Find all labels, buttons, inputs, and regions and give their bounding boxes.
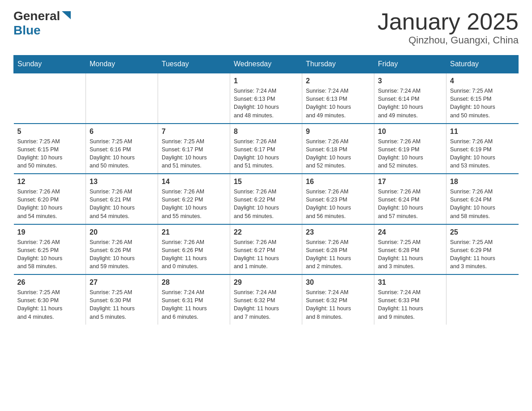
day-info: Sunrise: 7:26 AMSunset: 6:19 PMDaylight:…: [450, 137, 515, 170]
calendar-title: January 2025: [378, 9, 519, 34]
calendar-cell: 2Sunrise: 7:24 AMSunset: 6:13 PMDaylight…: [302, 73, 374, 124]
calendar-cell: [14, 73, 86, 124]
day-number: 17: [378, 178, 442, 186]
calendar-week-row: 26Sunrise: 7:25 AMSunset: 6:30 PMDayligh…: [14, 274, 519, 325]
day-info: Sunrise: 7:26 AMSunset: 6:24 PMDaylight:…: [450, 188, 515, 220]
calendar-cell: 4Sunrise: 7:25 AMSunset: 6:15 PMDaylight…: [446, 73, 519, 124]
calendar-cell: 22Sunrise: 7:26 AMSunset: 6:27 PMDayligh…: [230, 224, 302, 275]
calendar-cell: 7Sunrise: 7:25 AMSunset: 6:17 PMDaylight…: [158, 124, 230, 174]
title-block: January 2025 Qinzhou, Guangxi, China: [378, 9, 519, 46]
day-number: 10: [378, 128, 442, 136]
day-info: Sunrise: 7:26 AMSunset: 6:26 PMDaylight:…: [90, 238, 154, 271]
day-number: 2: [306, 77, 370, 85]
calendar-week-row: 5Sunrise: 7:25 AMSunset: 6:15 PMDaylight…: [14, 124, 519, 174]
calendar-cell: 26Sunrise: 7:25 AMSunset: 6:30 PMDayligh…: [14, 274, 86, 325]
calendar-cell: 5Sunrise: 7:25 AMSunset: 6:15 PMDaylight…: [14, 124, 86, 174]
calendar-cell: 31Sunrise: 7:24 AMSunset: 6:33 PMDayligh…: [374, 274, 446, 325]
calendar-cell: 25Sunrise: 7:25 AMSunset: 6:29 PMDayligh…: [446, 224, 519, 275]
day-number: 15: [234, 178, 298, 186]
calendar-cell: [158, 73, 230, 124]
day-number: 29: [234, 278, 298, 287]
day-info: Sunrise: 7:24 AMSunset: 6:33 PMDaylight:…: [378, 288, 442, 321]
day-info: Sunrise: 7:24 AMSunset: 6:13 PMDaylight:…: [306, 87, 370, 120]
day-info: Sunrise: 7:25 AMSunset: 6:30 PMDaylight:…: [90, 288, 154, 321]
day-number: 4: [450, 77, 515, 85]
col-thursday: Thursday: [302, 56, 374, 73]
day-number: 25: [450, 228, 515, 236]
day-number: 21: [162, 228, 226, 236]
day-number: 20: [90, 228, 154, 236]
calendar-cell: 19Sunrise: 7:26 AMSunset: 6:25 PMDayligh…: [14, 224, 86, 275]
col-friday: Friday: [374, 56, 446, 73]
day-number: 1: [234, 77, 298, 85]
calendar-cell: 18Sunrise: 7:26 AMSunset: 6:24 PMDayligh…: [446, 174, 519, 224]
day-info: Sunrise: 7:24 AMSunset: 6:32 PMDaylight:…: [234, 288, 298, 321]
day-info: Sunrise: 7:26 AMSunset: 6:22 PMDaylight:…: [162, 188, 226, 220]
day-info: Sunrise: 7:26 AMSunset: 6:28 PMDaylight:…: [306, 238, 370, 271]
calendar-cell: 15Sunrise: 7:26 AMSunset: 6:22 PMDayligh…: [230, 174, 302, 224]
day-number: 30: [306, 278, 370, 287]
col-wednesday: Wednesday: [230, 56, 302, 73]
calendar-cell: 14Sunrise: 7:26 AMSunset: 6:22 PMDayligh…: [158, 174, 230, 224]
calendar-cell: 17Sunrise: 7:26 AMSunset: 6:24 PMDayligh…: [374, 174, 446, 224]
day-info: Sunrise: 7:24 AMSunset: 6:14 PMDaylight:…: [378, 87, 442, 120]
day-number: 9: [306, 128, 370, 136]
day-info: Sunrise: 7:26 AMSunset: 6:21 PMDaylight:…: [90, 188, 154, 220]
calendar-header-row: Sunday Monday Tuesday Wednesday Thursday…: [14, 56, 519, 73]
page-header: General Blue January 2025 Qinzhou, Guang…: [13, 9, 519, 46]
day-info: Sunrise: 7:26 AMSunset: 6:23 PMDaylight:…: [306, 188, 370, 220]
day-info: Sunrise: 7:26 AMSunset: 6:22 PMDaylight:…: [234, 188, 298, 220]
calendar-cell: 29Sunrise: 7:24 AMSunset: 6:32 PMDayligh…: [230, 274, 302, 325]
calendar-cell: 16Sunrise: 7:26 AMSunset: 6:23 PMDayligh…: [302, 174, 374, 224]
day-info: Sunrise: 7:26 AMSunset: 6:24 PMDaylight:…: [378, 188, 442, 220]
calendar-cell: 1Sunrise: 7:24 AMSunset: 6:13 PMDaylight…: [230, 73, 302, 124]
logo-blue-text: Blue: [13, 23, 41, 37]
calendar-cell: 28Sunrise: 7:24 AMSunset: 6:31 PMDayligh…: [158, 274, 230, 325]
day-number: 6: [90, 128, 154, 136]
calendar-cell: [446, 274, 519, 325]
day-info: Sunrise: 7:25 AMSunset: 6:15 PMDaylight:…: [17, 137, 82, 170]
day-info: Sunrise: 7:26 AMSunset: 6:18 PMDaylight:…: [306, 137, 370, 170]
day-info: Sunrise: 7:26 AMSunset: 6:27 PMDaylight:…: [234, 238, 298, 271]
calendar-week-row: 1Sunrise: 7:24 AMSunset: 6:13 PMDaylight…: [14, 73, 519, 124]
calendar-week-row: 19Sunrise: 7:26 AMSunset: 6:25 PMDayligh…: [14, 224, 519, 275]
calendar-cell: 20Sunrise: 7:26 AMSunset: 6:26 PMDayligh…: [86, 224, 158, 275]
calendar-cell: 3Sunrise: 7:24 AMSunset: 6:14 PMDaylight…: [374, 73, 446, 124]
day-number: 12: [17, 178, 82, 186]
day-number: 22: [234, 228, 298, 236]
day-number: 31: [378, 278, 442, 287]
day-info: Sunrise: 7:24 AMSunset: 6:32 PMDaylight:…: [306, 288, 370, 321]
col-tuesday: Tuesday: [158, 56, 230, 73]
calendar-cell: 8Sunrise: 7:26 AMSunset: 6:17 PMDaylight…: [230, 124, 302, 174]
day-number: 23: [306, 228, 370, 236]
day-number: 14: [162, 178, 226, 186]
calendar-cell: 30Sunrise: 7:24 AMSunset: 6:32 PMDayligh…: [302, 274, 374, 325]
col-monday: Monday: [86, 56, 158, 73]
day-info: Sunrise: 7:25 AMSunset: 6:15 PMDaylight:…: [450, 87, 515, 120]
day-number: 26: [17, 278, 82, 287]
day-info: Sunrise: 7:26 AMSunset: 6:17 PMDaylight:…: [234, 137, 298, 170]
calendar-cell: 12Sunrise: 7:26 AMSunset: 6:20 PMDayligh…: [14, 174, 86, 224]
calendar-cell: 24Sunrise: 7:25 AMSunset: 6:28 PMDayligh…: [374, 224, 446, 275]
col-saturday: Saturday: [446, 56, 519, 73]
day-info: Sunrise: 7:25 AMSunset: 6:16 PMDaylight:…: [90, 137, 154, 170]
calendar-week-row: 12Sunrise: 7:26 AMSunset: 6:20 PMDayligh…: [14, 174, 519, 224]
day-number: 27: [90, 278, 154, 287]
day-number: 3: [378, 77, 442, 85]
calendar-cell: 21Sunrise: 7:26 AMSunset: 6:26 PMDayligh…: [158, 224, 230, 275]
day-info: Sunrise: 7:24 AMSunset: 6:31 PMDaylight:…: [162, 288, 226, 321]
col-sunday: Sunday: [14, 56, 86, 73]
day-number: 5: [17, 128, 82, 136]
day-info: Sunrise: 7:26 AMSunset: 6:20 PMDaylight:…: [17, 188, 82, 220]
day-info: Sunrise: 7:26 AMSunset: 6:19 PMDaylight:…: [378, 137, 442, 170]
calendar-cell: 6Sunrise: 7:25 AMSunset: 6:16 PMDaylight…: [86, 124, 158, 174]
day-info: Sunrise: 7:25 AMSunset: 6:29 PMDaylight:…: [450, 238, 515, 271]
day-info: Sunrise: 7:26 AMSunset: 6:25 PMDaylight:…: [17, 238, 82, 271]
calendar-cell: [86, 73, 158, 124]
calendar-subtitle: Qinzhou, Guangxi, China: [378, 34, 519, 46]
day-number: 18: [450, 178, 515, 186]
day-info: Sunrise: 7:25 AMSunset: 6:28 PMDaylight:…: [378, 238, 442, 271]
day-number: 28: [162, 278, 226, 287]
day-number: 24: [378, 228, 442, 236]
day-info: Sunrise: 7:25 AMSunset: 6:17 PMDaylight:…: [162, 137, 226, 170]
